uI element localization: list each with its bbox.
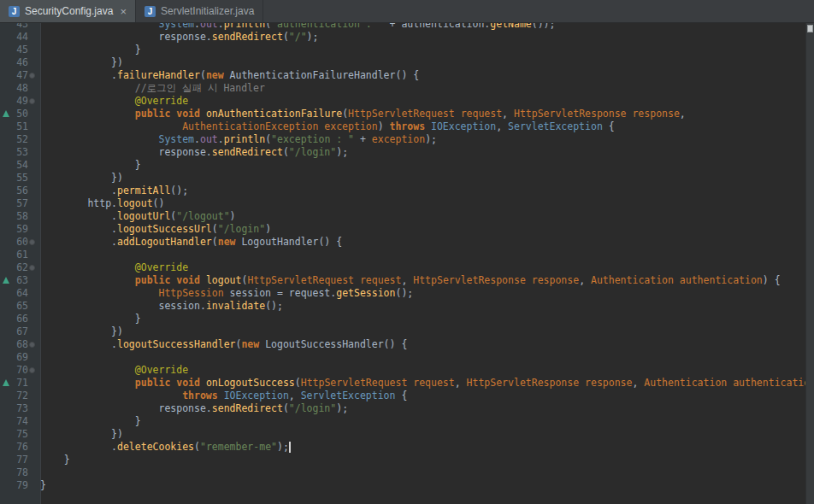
code-line[interactable]: 61 — [0, 249, 814, 261]
gutter-cell[interactable]: 69 — [0, 351, 40, 364]
gutter-cell[interactable]: 57 — [0, 197, 40, 210]
gutter-cell[interactable]: 61 — [0, 249, 40, 261]
line-number[interactable]: 63 — [16, 274, 28, 287]
gutter-cell[interactable]: 56 — [0, 185, 40, 197]
line-number[interactable]: 57 — [16, 197, 28, 210]
code-line[interactable]: 76 .deleteCookies("remember-me"); — [0, 441, 814, 454]
code-line[interactable]: 79} — [0, 479, 814, 492]
line-number[interactable]: 78 — [16, 466, 28, 479]
line-number[interactable]: 76 — [16, 441, 28, 454]
line-number[interactable]: 62 — [16, 261, 28, 274]
line-number[interactable]: 64 — [16, 287, 28, 300]
line-number[interactable]: 56 — [16, 185, 28, 197]
gutter-cell[interactable]: 48 — [0, 82, 40, 95]
line-number[interactable]: 59 — [16, 223, 28, 236]
line-number[interactable]: 55 — [16, 172, 28, 185]
gutter-cell[interactable]: 44 — [0, 31, 40, 44]
code-line[interactable]: 43 System.out.println("authentication : … — [0, 23, 814, 31]
line-number[interactable]: 48 — [16, 82, 28, 95]
gutter-cell[interactable]: 66 — [0, 313, 40, 325]
code-line[interactable]: 75 }) — [0, 428, 814, 441]
code-line[interactable]: 66 } — [0, 313, 814, 325]
gutter-cell[interactable]: 72 — [0, 390, 40, 402]
code-line[interactable]: 53 response.sendRedirect("/login"); — [0, 146, 814, 159]
override-arrow-icon[interactable] — [3, 277, 9, 284]
code-line[interactable]: 68 .logoutSuccessHandler(new LogoutSucce… — [0, 338, 814, 351]
code-line[interactable]: 63 public void logout(HttpServletRequest… — [0, 274, 814, 287]
line-number[interactable]: 75 — [16, 428, 28, 441]
gutter-cell[interactable]: 74 — [0, 415, 40, 428]
code-line[interactable]: 59 .logoutSuccessUrl("/login") — [0, 223, 814, 236]
line-number[interactable]: 66 — [16, 313, 28, 325]
code-line[interactable]: 54 } — [0, 159, 814, 172]
code-line[interactable]: 74 } — [0, 415, 814, 428]
gutter-cell[interactable]: 51 — [0, 120, 40, 133]
code-line[interactable]: 49 @Override — [0, 95, 814, 108]
gutter-cell[interactable]: 55 — [0, 172, 40, 185]
gutter-cell[interactable]: 64 — [0, 287, 40, 300]
code-line[interactable]: 65 session.invalidate(); — [0, 300, 814, 313]
line-number[interactable]: 43 — [16, 23, 28, 31]
gutter-cell[interactable]: 60 — [0, 236, 40, 249]
code-line[interactable]: 64 HttpSession session = request.getSess… — [0, 287, 814, 300]
gutter-cell[interactable]: 78 — [0, 466, 40, 479]
gutter-cell[interactable]: 67 — [0, 325, 40, 338]
gutter-cell[interactable]: 68 — [0, 338, 40, 351]
line-number[interactable]: 53 — [16, 146, 28, 159]
line-number[interactable]: 61 — [16, 249, 28, 261]
code-line[interactable]: 51 AuthenticationException exception) th… — [0, 120, 814, 133]
gutter-cell[interactable]: 77 — [0, 454, 40, 466]
line-number[interactable]: 54 — [16, 159, 28, 172]
gutter-cell[interactable]: 58 — [0, 210, 40, 223]
line-number[interactable]: 77 — [16, 454, 28, 466]
gutter-cell[interactable]: 71 — [0, 377, 40, 390]
code-line[interactable]: 78 — [0, 466, 814, 479]
line-number[interactable]: 58 — [16, 210, 28, 223]
code-line[interactable]: 72 throws IOException, ServletException … — [0, 390, 814, 402]
code-line[interactable]: 47 .failureHandler(new AuthenticationFai… — [0, 69, 814, 82]
line-number[interactable]: 52 — [16, 133, 28, 146]
code-line[interactable]: 50 public void onAuthenticationFailure(H… — [0, 108, 814, 120]
line-number[interactable]: 74 — [16, 415, 28, 428]
code-line[interactable]: 73 response.sendRedirect("/login"); — [0, 402, 814, 415]
line-number[interactable]: 44 — [16, 31, 28, 44]
code-line[interactable]: 77 } — [0, 454, 814, 466]
code-line[interactable]: 48 //로그인 실패 시 Handler — [0, 82, 814, 95]
code-line[interactable]: 62 @Override — [0, 261, 814, 274]
gutter-cell[interactable]: 49 — [0, 95, 40, 108]
gutter-cell[interactable]: 53 — [0, 146, 40, 159]
code-editor[interactable]: 43 System.out.println("authentication : … — [0, 23, 814, 504]
line-number[interactable]: 69 — [16, 351, 28, 364]
code-line[interactable]: 57 http.logout() — [0, 197, 814, 210]
tab-servletinitializer-java[interactable]: J ServletInitializer.java — [136, 0, 263, 22]
line-number[interactable]: 70 — [16, 364, 28, 377]
line-number[interactable]: 51 — [16, 120, 28, 133]
line-number[interactable]: 72 — [16, 390, 28, 402]
gutter-cell[interactable]: 70 — [0, 364, 40, 377]
gutter-cell[interactable]: 50 — [0, 108, 40, 120]
override-arrow-icon[interactable] — [3, 379, 9, 386]
code-line[interactable]: 52 System.out.println("exception : " + e… — [0, 133, 814, 146]
line-number[interactable]: 71 — [16, 377, 28, 390]
code-line[interactable]: 55 }) — [0, 172, 814, 185]
gutter-cell[interactable]: 52 — [0, 133, 40, 146]
line-number[interactable]: 60 — [16, 236, 28, 249]
gutter-cell[interactable]: 45 — [0, 44, 40, 56]
code-line[interactable]: 45 } — [0, 44, 814, 56]
line-number[interactable]: 49 — [16, 95, 28, 108]
code-line[interactable]: 67 }) — [0, 325, 814, 338]
gutter-cell[interactable]: 63 — [0, 274, 40, 287]
gutter-cell[interactable]: 76 — [0, 441, 40, 454]
code-line[interactable]: 58 .logoutUrl("/logout") — [0, 210, 814, 223]
line-number[interactable]: 68 — [16, 338, 28, 351]
gutter-cell[interactable]: 43 — [0, 23, 40, 31]
gutter-cell[interactable]: 75 — [0, 428, 40, 441]
code-line[interactable]: 44 response.sendRedirect("/"); — [0, 31, 814, 44]
code-line[interactable]: 60 .addLogoutHandler(new LogoutHandler()… — [0, 236, 814, 249]
line-number[interactable]: 67 — [16, 325, 28, 338]
close-tab-icon[interactable]: × — [120, 6, 127, 17]
line-number[interactable]: 79 — [16, 479, 28, 492]
line-number[interactable]: 47 — [16, 69, 28, 82]
line-number[interactable]: 46 — [16, 56, 28, 69]
code-line[interactable]: 56 .permitAll(); — [0, 185, 814, 197]
